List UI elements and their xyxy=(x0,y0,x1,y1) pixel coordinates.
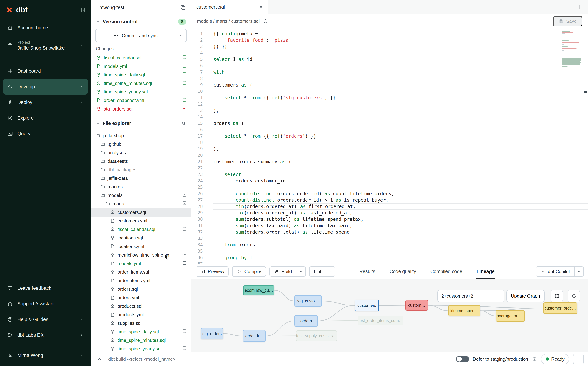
editor-scrollbar[interactable] xyxy=(583,28,588,264)
sidebar-item-dashboard[interactable]: Dashboard xyxy=(3,63,88,79)
plus-square-icon[interactable] xyxy=(182,337,187,342)
info-icon[interactable] xyxy=(532,357,537,362)
preview-button-group[interactable]: Preview xyxy=(196,266,229,277)
search-icon[interactable] xyxy=(181,121,186,126)
lineage-node-customers[interactable]: customers xyxy=(355,299,379,311)
sidebar-item-help-guides[interactable]: Help & Guides xyxy=(3,312,88,327)
preview-button[interactable]: Preview xyxy=(196,267,228,276)
new-tab-icon[interactable] xyxy=(576,4,582,10)
tree-item-models-yml[interactable]: models.yml xyxy=(91,259,191,268)
tree-item-supplies-sql[interactable]: supplies.sql xyxy=(91,319,191,328)
sidebar-item-explore[interactable]: Explore xyxy=(3,110,88,126)
command-input[interactable]: dbt build --select <model_name> xyxy=(108,356,176,362)
tab-customers-sql[interactable]: customers.sql xyxy=(191,0,268,14)
tree-item-locations-yml[interactable]: locations.yml xyxy=(91,242,191,251)
change-item-time-spine-yearly-sql[interactable]: time_spine_yearly.sql xyxy=(91,88,191,96)
lineage-globe-icon[interactable] xyxy=(263,19,268,24)
change-item-models-yml[interactable]: models.yml xyxy=(91,62,191,70)
tree-item-metricflow-time-spine-sql[interactable]: metricflow_time_spine.sql xyxy=(91,251,191,259)
close-tab-icon[interactable] xyxy=(259,5,263,9)
chevron-up-icon[interactable] xyxy=(97,356,103,362)
tab-lineage[interactable]: Lineage xyxy=(476,264,495,279)
plus-square-icon[interactable] xyxy=(182,346,187,351)
lineage-node-lifetime[interactable]: lifetime_spen… xyxy=(448,305,480,316)
collapse-sidebar-icon[interactable] xyxy=(79,7,85,13)
tree-item-products-sql[interactable]: products.sql xyxy=(91,302,191,310)
defer-toggle[interactable] xyxy=(456,356,469,362)
tab-code-quality[interactable]: Code quality xyxy=(389,264,417,279)
more-options-button[interactable] xyxy=(573,354,584,364)
copy-branch-icon[interactable] xyxy=(180,4,186,10)
update-graph-button[interactable]: Update Graph xyxy=(506,290,544,302)
stage-file-button[interactable] xyxy=(182,260,187,267)
tree-item-orders-yml[interactable]: orders.yml xyxy=(91,293,191,302)
tree-item-customers-sql[interactable]: customers.sql xyxy=(91,208,191,217)
stage-file-button[interactable] xyxy=(182,55,187,61)
sidebar-item-query[interactable]: Query xyxy=(3,126,88,141)
tree-item-analyses[interactable]: analyses xyxy=(91,148,191,157)
file-options-button[interactable] xyxy=(182,252,187,258)
commit-and-sync-button[interactable]: Commit and sync xyxy=(95,29,187,42)
code-content[interactable]: {{ config(meta = { 'favorite_food': 'piz… xyxy=(208,28,588,264)
stage-file-button[interactable] xyxy=(182,89,187,95)
tree-item-order-items-yml[interactable]: order_items.yml xyxy=(91,276,191,285)
sidebar-item-deploy[interactable]: Deploy xyxy=(3,94,88,110)
stage-file-button[interactable] xyxy=(182,63,187,69)
stage-file-button[interactable] xyxy=(182,106,187,112)
sidebar-item-develop[interactable]: Develop xyxy=(3,79,88,94)
tree-item-customers-yml[interactable]: customers.yml xyxy=(91,217,191,225)
lint-button[interactable]: Lint xyxy=(310,267,326,276)
compile-button[interactable]: Compile xyxy=(233,267,265,276)
file-explorer-header[interactable]: File explorer xyxy=(91,116,191,130)
lineage-node-test-order[interactable]: test_order_items_com… xyxy=(358,316,403,326)
code-editor[interactable]: 1234567891011121314151617181920212223242… xyxy=(191,28,588,264)
sidebar-item-leave-feedback[interactable]: Leave feedback xyxy=(3,280,88,296)
tree-item-order-items-sql[interactable]: order_items.sql xyxy=(91,268,191,276)
tree-item-products-yml[interactable]: products.yml xyxy=(91,310,191,319)
stage-file-button[interactable] xyxy=(182,72,187,78)
lineage-node-custom[interactable]: custom… xyxy=(405,300,428,311)
tree-item-models[interactable]: models xyxy=(91,191,191,199)
sidebar-item-dbt-labs-dx[interactable]: dbt Labs DX xyxy=(3,327,88,343)
sidebar-item-account-home[interactable]: Account home xyxy=(3,20,88,36)
change-item-stg-orders-sql[interactable]: stg_orders.sql xyxy=(91,105,191,113)
lineage-node-stg-customers[interactable]: stg_custo… xyxy=(294,295,322,307)
commit-and-sync-main[interactable]: Commit and sync xyxy=(96,30,176,42)
lint-button-group[interactable]: Lint xyxy=(309,266,335,277)
lineage-search-input[interactable] xyxy=(438,290,504,302)
sidebar-item-project[interactable]: ProjectJaffle Shop Snowflake xyxy=(3,36,88,55)
stage-file-button[interactable] xyxy=(182,97,187,104)
lineage-node-average[interactable]: average_ord… xyxy=(496,310,525,322)
change-item-time-spine-daily-sql[interactable]: time_spine_daily.sql xyxy=(91,70,191,79)
change-item-order-snapshot-yml[interactable]: order_snapshot.yml xyxy=(91,96,191,105)
sidebar-item-mirna-wong[interactable]: Mirna Wong xyxy=(3,348,88,363)
build-dropdown[interactable] xyxy=(296,267,305,276)
lineage-node-orders[interactable]: orders xyxy=(294,315,318,327)
tree-item-orders-sql[interactable]: orders.sql xyxy=(91,285,191,293)
tree-item-fiscal-calendar-sql[interactable]: fiscal_calendar.sql xyxy=(91,225,191,234)
dbt-copilot-button[interactable]: dbt Copilot xyxy=(536,266,584,277)
lineage-node-customer-orde[interactable]: customer_orde… xyxy=(543,302,577,314)
build-button-group[interactable]: Build xyxy=(269,266,306,277)
copilot-dropdown[interactable] xyxy=(574,267,583,276)
tree-item-github[interactable]: .github xyxy=(91,140,191,148)
stage-file-button[interactable] xyxy=(182,346,187,352)
change-item-fiscal-calendar-sql[interactable]: fiscal_calendar.sql xyxy=(91,53,191,62)
tree-item-locations-sql[interactable]: locations.sql xyxy=(91,234,191,242)
stage-file-button[interactable] xyxy=(182,329,187,335)
tree-item-dbt-packages[interactable]: dbt_packages xyxy=(91,165,191,174)
change-item-time-spine-minutes-sql[interactable]: time_spine_minutes.sql xyxy=(91,79,191,88)
stage-file-button[interactable] xyxy=(182,226,187,233)
refresh-button[interactable] xyxy=(568,290,580,302)
plus-square-icon[interactable] xyxy=(182,226,187,231)
tree-item-jaffle-shop[interactable]: jaffle-shop xyxy=(91,131,191,140)
tree-item-jaffle-data[interactable]: jaffle-data xyxy=(91,174,191,183)
tab-compiled-code[interactable]: Compiled code xyxy=(430,264,463,279)
tree-item-data-tests[interactable]: data-tests xyxy=(91,157,191,165)
scrollbar-thumb[interactable] xyxy=(584,91,587,93)
compile-button-group[interactable]: Compile xyxy=(232,266,266,277)
plus-square-icon[interactable] xyxy=(182,329,187,334)
sidebar-item-support-assistant[interactable]: Support Assistant xyxy=(3,296,88,312)
build-button[interactable]: Build xyxy=(270,267,296,276)
tab-results[interactable]: Results xyxy=(359,264,376,279)
